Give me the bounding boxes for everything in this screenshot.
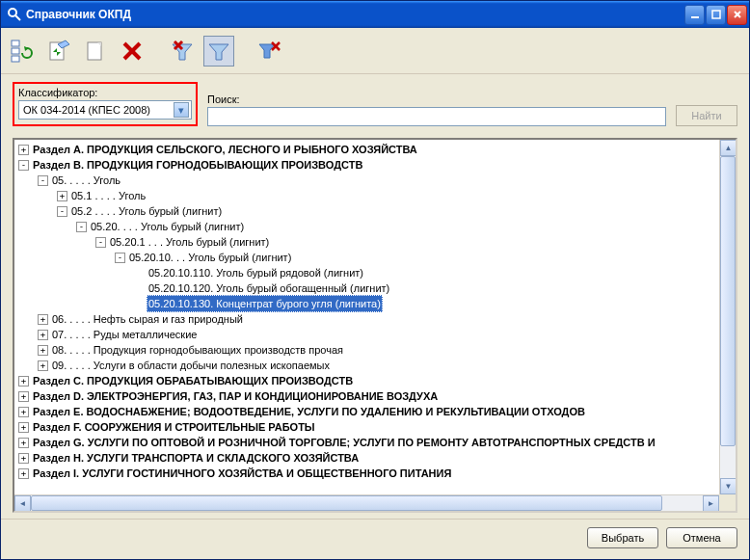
tree-node-label: 05.20.10. . . Уголь бурый (лигнит) (129, 250, 291, 265)
scroll-thumb[interactable] (720, 156, 736, 446)
svg-rect-6 (12, 40, 19, 46)
scroll-up-icon[interactable]: ▲ (720, 140, 737, 156)
tree-node-label: 05.20. . . . Уголь бурый (лигнит) (91, 219, 244, 234)
collapse-icon[interactable]: - (38, 175, 48, 186)
scroll-right-icon[interactable]: ► (703, 495, 719, 512)
tree-node[interactable]: +Раздел D. ЭЛЕКТРОЭНЕРГИЯ, ГАЗ, ПАР И КО… (18, 388, 715, 404)
delete-button[interactable] (117, 36, 147, 67)
find-button[interactable]: Найти (676, 105, 737, 126)
titlebar[interactable]: Справочник ОКПД (1, 1, 749, 28)
tree-node-label: 05.2 . . . . Уголь бурый (лигнит) (71, 203, 222, 219)
select-button[interactable]: Выбрать (587, 527, 658, 548)
classifier-select[interactable]: ОК 034-2014 (КПЕС 2008) ▾ (18, 100, 192, 120)
tree-node[interactable]: +Раздел A. ПРОДУКЦИЯ СЕЛЬСКОГО, ЛЕСНОГО … (18, 142, 715, 157)
scroll-down-icon[interactable]: ▼ (720, 478, 737, 494)
svg-point-0 (9, 9, 16, 16)
expand-icon[interactable]: + (18, 145, 29, 155)
tree-node[interactable]: +Раздел E. ВОДОСНАБЖЕНИЕ; ВОДООТВЕДЕНИЕ,… (18, 404, 715, 419)
tree-node[interactable]: -05.2 . . . . Уголь бурый (лигнит) (18, 203, 715, 219)
collapse-icon[interactable]: - (115, 253, 125, 263)
tree-node-label: Раздел E. ВОДОСНАБЖЕНИЕ; ВОДООТВЕДЕНИЕ, … (33, 404, 585, 419)
app-icon (7, 7, 22, 22)
expand-icon[interactable]: + (18, 453, 29, 464)
tree-node[interactable]: +Раздел C. ПРОДУКЦИЯ ОБРАБАТЫВАЮЩИХ ПРОИ… (18, 373, 715, 388)
tree-node[interactable]: 05.20.10.120. Уголь бурый обогащенный (л… (18, 280, 715, 296)
horizontal-scrollbar[interactable]: ◄ ► (14, 494, 719, 511)
refresh-tree-button[interactable] (7, 36, 38, 67)
tree-node[interactable]: -05.20.1 . . . Уголь бурый (лигнит) (18, 234, 715, 250)
scroll-corner (719, 494, 736, 511)
new-button[interactable] (80, 36, 111, 67)
chevron-down-icon: ▾ (174, 102, 189, 118)
cancel-button[interactable]: Отмена (666, 527, 737, 548)
classifier-group: Классификатор: ОК 034-2014 (КПЕС 2008) ▾ (13, 82, 198, 126)
search-input[interactable] (207, 107, 666, 126)
tree-node[interactable]: +Раздел I. УСЛУГИ ГОСТИНИЧНОГО ХОЗЯЙСТВА… (18, 466, 715, 481)
tree-view[interactable]: +Раздел A. ПРОДУКЦИЯ СЕЛЬСКОГО, ЛЕСНОГО … (14, 140, 719, 494)
collapse-icon[interactable]: - (95, 237, 106, 248)
filter-panel: Классификатор: ОК 034-2014 (КПЕС 2008) ▾… (1, 74, 749, 138)
tree-node[interactable]: +Раздел G. УСЛУГИ ПО ОПТОВОЙ И РОЗНИЧНОЙ… (18, 435, 715, 450)
scroll-thumb[interactable] (31, 495, 662, 511)
tree-container: +Раздел A. ПРОДУКЦИЯ СЕЛЬСКОГО, ЛЕСНОГО … (13, 138, 737, 513)
search-label: Поиск: (207, 93, 666, 105)
tree-node[interactable]: -05.20.10. . . Уголь бурый (лигнит) (18, 250, 715, 265)
classifier-value: ОК 034-2014 (КПЕС 2008) (23, 104, 150, 116)
toolbar (1, 28, 749, 74)
window-title: Справочник ОКПД (26, 8, 684, 21)
tree-node-label: 09. . . . . Услуги в области добычи поле… (52, 358, 330, 373)
tree-node[interactable]: +09. . . . . Услуги в области добычи пол… (18, 358, 715, 373)
tree-node[interactable]: +Раздел H. УСЛУГИ ТРАНСПОРТА И СКЛАДСКОГ… (18, 450, 715, 466)
expand-icon[interactable]: + (38, 330, 48, 340)
minimize-button[interactable] (684, 5, 705, 25)
expand-icon[interactable]: + (18, 422, 29, 433)
tree-node-label: Раздел C. ПРОДУКЦИЯ ОБРАБАТЫВАЮЩИХ ПРОИЗ… (33, 373, 353, 388)
collapse-icon[interactable]: - (57, 206, 67, 217)
expand-icon[interactable]: + (18, 407, 29, 417)
tree-node[interactable]: -Раздел B. ПРОДУКЦИЯ ГОРНОДОБЫВАЮЩИХ ПРО… (18, 157, 715, 173)
svg-rect-12 (88, 42, 101, 60)
tree-node-label: Раздел F. СООРУЖЕНИЯ И СТРОИТЕЛЬНЫЕ РАБО… (33, 419, 315, 435)
expand-icon[interactable]: + (18, 391, 29, 402)
tree-node-label: 05.1 . . . . Уголь (71, 188, 146, 203)
tree-node[interactable]: +Раздел F. СООРУЖЕНИЯ И СТРОИТЕЛЬНЫЕ РАБ… (18, 419, 715, 435)
tree-node-label: 07. . . . . Руды металлические (52, 327, 197, 342)
svg-rect-3 (712, 11, 720, 18)
scroll-left-icon[interactable]: ◄ (14, 495, 31, 512)
tree-node[interactable]: +06. . . . . Нефть сырая и газ природный (18, 311, 715, 327)
close-button[interactable] (727, 5, 747, 25)
tree-node-label: 05.20.10.110. Уголь бурый рядовой (лигни… (148, 265, 363, 280)
tree-node-label: 05.20.1 . . . Уголь бурый (лигнит) (110, 234, 269, 250)
tree-node-label: 06. . . . . Нефть сырая и газ природный (52, 311, 243, 327)
expand-icon[interactable]: + (18, 468, 29, 479)
filter-clear-button[interactable] (167, 36, 198, 67)
vertical-scrollbar[interactable]: ▲ ▼ (719, 140, 736, 494)
tree-node-label: Раздел D. ЭЛЕКТРОЭНЕРГИЯ, ГАЗ, ПАР И КОН… (33, 388, 438, 404)
expand-icon[interactable]: + (18, 438, 29, 448)
expand-icon[interactable]: + (38, 345, 48, 356)
tree-node[interactable]: +08. . . . . Продукция горнодобывающих п… (18, 342, 715, 358)
tree-node-label: 08. . . . . Продукция горнодобывающих пр… (52, 342, 343, 358)
svg-rect-7 (12, 48, 19, 54)
tree-node[interactable]: 05.20.10.110. Уголь бурый рядовой (лигни… (18, 265, 715, 280)
expand-icon[interactable]: + (38, 360, 48, 371)
tree-node[interactable]: +07. . . . . Руды металлические (18, 327, 715, 342)
tree-node-label: Раздел G. УСЛУГИ ПО ОПТОВОЙ И РОЗНИЧНОЙ … (33, 435, 656, 450)
svg-rect-2 (691, 16, 699, 18)
svg-line-1 (15, 15, 20, 20)
tree-node[interactable]: -05. . . . . Уголь (18, 173, 715, 188)
filter-settings-button[interactable] (254, 36, 284, 67)
tree-node[interactable]: -05.20. . . . Уголь бурый (лигнит) (18, 219, 715, 234)
tree-node[interactable]: 05.20.10.130. Концентрат бурого угля (ли… (18, 296, 715, 311)
export-button[interactable] (43, 36, 74, 67)
dialog-footer: Выбрать Отмена (1, 519, 749, 559)
tree-node[interactable]: +05.1 . . . . Уголь (18, 188, 715, 203)
filter-button[interactable] (203, 36, 234, 67)
collapse-icon[interactable]: - (76, 222, 87, 232)
svg-marker-20 (259, 44, 275, 58)
expand-icon[interactable]: + (18, 376, 29, 387)
expand-icon[interactable]: + (57, 191, 67, 201)
collapse-icon[interactable]: - (18, 160, 29, 171)
maximize-button[interactable] (706, 5, 726, 25)
expand-icon[interactable]: + (38, 314, 48, 325)
